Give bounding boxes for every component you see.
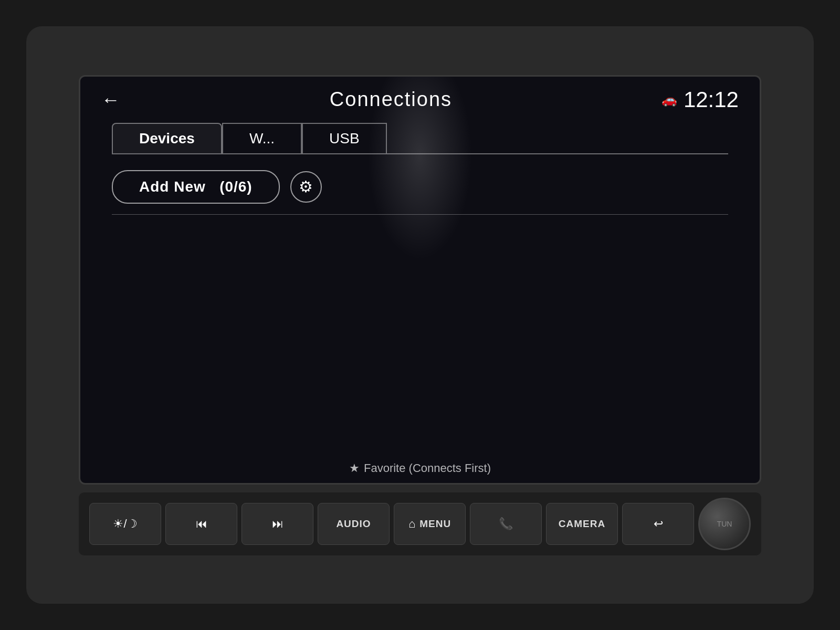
car-unit: ← Connections 🚗 12:12 Devices W... USB A…: [26, 26, 814, 604]
tuner-label: TUN: [717, 520, 732, 528]
screen: ← Connections 🚗 12:12 Devices W... USB A…: [79, 75, 761, 485]
menu-button[interactable]: ⌂ MENU: [394, 503, 466, 545]
separator: [112, 214, 728, 215]
camera-label: CAMERA: [559, 518, 605, 530]
tab-usb[interactable]: USB: [302, 123, 387, 153]
camera-button[interactable]: CAMERA: [546, 503, 618, 545]
clock-display: 12:12: [684, 87, 739, 112]
audio-button[interactable]: AUDIO: [318, 503, 390, 545]
tuner-knob[interactable]: TUN: [698, 498, 751, 550]
screen-header: ← Connections 🚗 12:12: [80, 77, 760, 123]
add-new-button[interactable]: Add New (0/6): [112, 170, 280, 204]
screen-content: Add New (0/6) ⚙: [80, 154, 760, 454]
car-status-icon: 🚗: [662, 92, 677, 107]
screen-footer: ★ Favorite (Connects First): [80, 454, 760, 483]
phone-button[interactable]: 📞: [470, 503, 542, 545]
settings-button[interactable]: ⚙: [290, 171, 322, 203]
back-hw-button[interactable]: ↩: [622, 503, 694, 545]
phone-icon: 📞: [499, 517, 513, 531]
next-track-button[interactable]: ⏭: [242, 503, 313, 545]
tab-devices[interactable]: Devices: [112, 123, 222, 153]
menu-label: MENU: [419, 518, 451, 530]
tab-wireless[interactable]: W...: [222, 123, 302, 153]
screen-title: Connections: [330, 88, 452, 111]
home-icon: ⌂: [408, 517, 415, 531]
favorite-hint: Favorite (Connects First): [364, 461, 491, 475]
header-right: 🚗 12:12: [662, 87, 739, 112]
brightness-icon: ☀/☽: [113, 517, 137, 531]
back-button[interactable]: ←: [101, 89, 120, 111]
tabs-container: Devices W... USB: [80, 123, 760, 153]
prev-track-button[interactable]: ⏮: [165, 503, 237, 545]
prev-track-icon: ⏮: [196, 517, 207, 531]
add-new-row: Add New (0/6) ⚙: [112, 170, 728, 204]
controls-bar: ☀/☽ ⏮ ⏭ AUDIO ⌂ MENU 📞 CAMERA ↩ TUN: [79, 492, 761, 555]
next-track-icon: ⏭: [272, 517, 284, 531]
settings-icon: ⚙: [299, 177, 313, 196]
device-list: [112, 225, 728, 438]
star-icon: ★: [349, 461, 360, 475]
back-hw-icon: ↩: [654, 517, 663, 531]
audio-label: AUDIO: [336, 518, 371, 530]
brightness-button[interactable]: ☀/☽: [89, 503, 161, 545]
